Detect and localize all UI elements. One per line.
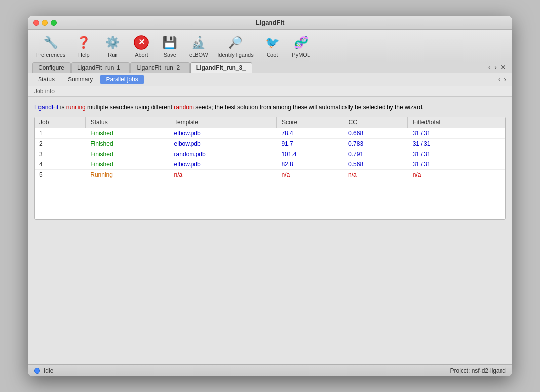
cell-score: 91.7 — [276, 139, 344, 149]
help-icon: ❓ — [75, 34, 93, 51]
abort-label: Abort — [135, 52, 148, 58]
cell-score: 101.4 — [276, 149, 344, 159]
col-status: Status — [85, 117, 169, 128]
preferences-button[interactable]: 🔧 Preferences — [32, 32, 69, 60]
window-controls — [33, 20, 57, 26]
coot-label: Coot — [267, 52, 278, 58]
cell-fitted: 31 / 31 — [408, 149, 505, 159]
cell-status: Finished — [85, 159, 169, 170]
identify-ligands-label: Identify ligands — [217, 52, 253, 58]
help-label: Help — [78, 52, 90, 58]
elow-label: eLBOW — [189, 52, 208, 58]
run-label: Run — [108, 52, 117, 58]
cell-status: Finished — [85, 139, 169, 149]
cell-fitted: n/a — [408, 170, 505, 180]
cell-status: Running — [85, 170, 169, 180]
tab-status[interactable]: Status — [32, 75, 61, 84]
cell-cc: 0.568 — [344, 159, 408, 170]
save-icon: 💾 — [161, 34, 179, 51]
table-row: 3 Finished random.pdb 101.4 0.791 31 / 3… — [35, 149, 505, 159]
toolbar: 🔧 Preferences ❓ Help ⚙️ Run ✕ Abort 💾 Sa… — [28, 30, 512, 62]
sub-tab-nav: ‹ › — [497, 75, 508, 84]
save-label: Save — [164, 52, 176, 58]
table-row: 2 Finished elbow.pdb 91.7 0.783 31 / 31 — [35, 139, 505, 149]
cell-status: Finished — [85, 128, 169, 139]
job-info-bar: Job info — [28, 86, 512, 97]
cell-cc: 0.791 — [344, 149, 408, 159]
main-window: LigandFit 🔧 Preferences ❓ Help ⚙️ Run ✕ … — [28, 16, 512, 376]
tab-summary[interactable]: Summary — [62, 75, 99, 84]
title-bar: LigandFit — [28, 16, 512, 30]
cell-status: Finished — [85, 149, 169, 159]
cell-cc: 0.783 — [344, 139, 408, 149]
cell-job: 2 — [35, 139, 85, 149]
top-tab-bar: Configure LigandFit_run_1_ LigandFit_run… — [28, 62, 512, 73]
table-empty-area — [35, 180, 505, 219]
cell-job: 3 — [35, 149, 85, 159]
tab-configure[interactable]: Configure — [32, 62, 71, 73]
cell-template: n/a — [169, 170, 277, 180]
preferences-label: Preferences — [36, 52, 65, 58]
abort-button[interactable]: ✕ Abort — [127, 32, 155, 60]
cell-score: 78.4 — [276, 128, 344, 139]
project-text: Project: nsf-d2-ligand — [450, 367, 506, 374]
tab-run1[interactable]: LigandFit_run_1_ — [71, 62, 130, 73]
tab-run2[interactable]: LigandFit_run_2_ — [130, 62, 189, 73]
table-header-row: Job Status Template Score CC Fitted/tota… — [35, 117, 505, 128]
tab-close-button[interactable]: ✕ — [499, 63, 508, 72]
job-info-label: Job info — [34, 88, 55, 95]
coot-button[interactable]: 🐦 Coot — [259, 32, 286, 60]
cell-fitted: 31 / 31 — [408, 128, 505, 139]
col-fitted: Fitted/total — [408, 117, 505, 128]
jobs-table-container: Job Status Template Score CC Fitted/tota… — [34, 117, 506, 220]
cell-template: elbow.pdb — [169, 159, 277, 170]
pymol-icon: 🧬 — [292, 34, 310, 51]
identify-ligands-button[interactable]: 🔎 Identify ligands — [213, 32, 257, 60]
tab-next-button[interactable]: › — [493, 63, 498, 72]
identify-ligands-icon: 🔎 — [227, 34, 244, 51]
cell-score: 82.8 — [276, 159, 344, 170]
pymol-label: PyMOL — [292, 52, 310, 58]
col-job: Job — [35, 117, 85, 128]
sub-tab-next-button[interactable]: › — [502, 75, 508, 84]
sub-tab-bar: Status Summary Parallel jobs ‹ › — [28, 73, 512, 86]
table-row: 1 Finished elbow.pdb 78.4 0.668 31 / 31 — [35, 128, 505, 139]
tab-parallel-jobs[interactable]: Parallel jobs — [100, 75, 144, 84]
minimize-button[interactable] — [42, 20, 48, 26]
preferences-icon: 🔧 — [42, 34, 60, 51]
run-icon: ⚙️ — [104, 34, 121, 51]
svg-text:✕: ✕ — [138, 38, 145, 46]
save-button[interactable]: 💾 Save — [156, 32, 184, 60]
tab-prev-button[interactable]: ‹ — [487, 63, 492, 72]
main-content: LigandFit is running multiple searches u… — [28, 97, 512, 364]
info-running: running — [66, 104, 86, 111]
status-text: Idle — [44, 367, 53, 374]
top-tab-nav: ‹ › ✕ — [487, 63, 508, 73]
window-title: LigandFit — [256, 19, 285, 26]
tab-run3[interactable]: LigandFit_run_3_ — [190, 62, 252, 73]
jobs-table: Job Status Template Score CC Fitted/tota… — [35, 117, 505, 180]
maximize-button[interactable] — [51, 20, 57, 26]
close-button[interactable] — [33, 20, 39, 26]
col-cc: CC — [344, 117, 408, 128]
elow-icon: 🔬 — [190, 34, 207, 51]
jobs-table-body: 1 Finished elbow.pdb 78.4 0.668 31 / 31 … — [35, 128, 505, 180]
cell-template: random.pdb — [169, 149, 277, 159]
status-bar: Idle Project: nsf-d2-ligand — [28, 364, 512, 376]
cell-job: 5 — [35, 170, 85, 180]
cell-score: n/a — [276, 170, 344, 180]
cell-fitted: 31 / 31 — [408, 159, 505, 170]
pymol-button[interactable]: 🧬 PyMOL — [287, 32, 315, 60]
status-dot — [34, 368, 40, 374]
cell-template: elbow.pdb — [169, 139, 277, 149]
col-score: Score — [276, 117, 344, 128]
sub-tab-prev-button[interactable]: ‹ — [497, 75, 502, 84]
info-message: LigandFit is running multiple searches u… — [34, 103, 506, 112]
cell-template: elbow.pdb — [169, 128, 277, 139]
elow-button[interactable]: 🔬 eLBOW — [185, 32, 212, 60]
cell-job: 1 — [35, 128, 85, 139]
table-row: 5 Running n/a n/a n/a n/a — [35, 170, 505, 180]
run-button[interactable]: ⚙️ Run — [99, 32, 126, 60]
cell-cc: n/a — [344, 170, 408, 180]
help-button[interactable]: ❓ Help — [70, 32, 98, 60]
